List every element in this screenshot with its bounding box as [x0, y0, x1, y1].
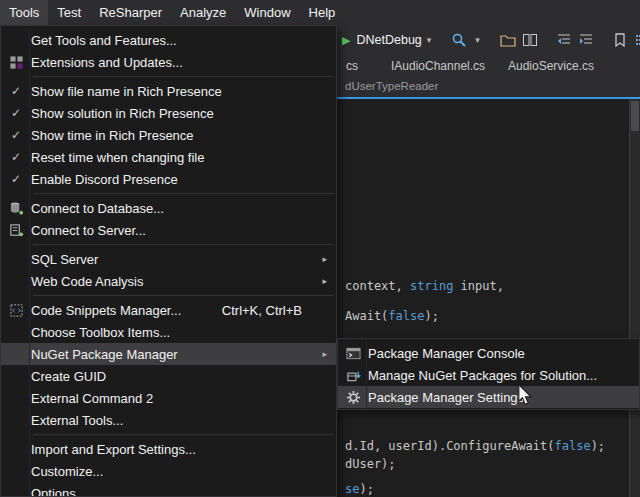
submenu-arrow-icon: ▸ — [322, 349, 327, 359]
navigation-type-name[interactable]: dUserTypeReader — [345, 80, 438, 92]
scrollbar-thumb[interactable] — [631, 101, 639, 131]
menu-item-customize[interactable]: Customize... — [1, 460, 336, 482]
editor-scrollbar[interactable] — [629, 99, 640, 497]
menu-item-show-time-rich-presence[interactable]: ✓ Show time in Rich Presence — [1, 124, 336, 146]
nuget-submenu: Package Manager Console Manage NuGet Pac… — [337, 338, 640, 410]
menu-item-code-snippets-manager[interactable]: Code Snippets Manager... Ctrl+K, Ctrl+B — [1, 299, 336, 321]
snippets-icon — [1, 303, 31, 318]
menu-separator — [33, 76, 334, 77]
bookmark-icon[interactable] — [612, 32, 628, 49]
menu-item-nuget-package-manager[interactable]: NuGet Package Manager ▸ — [1, 343, 336, 365]
debug-target-selector[interactable]: DNetDebug — [356, 33, 421, 47]
menu-separator — [33, 193, 334, 194]
menu-item-enable-discord-presence[interactable]: ✓ Enable Discord Presence — [1, 168, 336, 190]
increase-indent-icon[interactable] — [578, 32, 594, 49]
decrease-indent-icon[interactable] — [556, 32, 572, 49]
checkmark-icon: ✓ — [1, 172, 31, 186]
split-columns-icon[interactable] — [522, 32, 538, 49]
menu-separator — [33, 295, 334, 296]
menu-item-package-manager-settings[interactable]: Package Manager Settings — [338, 386, 639, 408]
task-list-icon[interactable] — [634, 32, 640, 49]
code-segment: false — [388, 309, 424, 323]
menu-item-create-guid[interactable]: Create GUID — [1, 365, 336, 387]
menu-item-manage-nuget-packages-for-solution[interactable]: Manage NuGet Packages for Solution... — [338, 364, 639, 386]
menu-item-reset-time-when-changing-file[interactable]: ✓ Reset time when changing file — [1, 146, 336, 168]
code-segment: Await( — [345, 309, 388, 323]
code-line: dUser); — [345, 457, 396, 471]
menu-item-external-command-2[interactable]: External Command 2 — [1, 387, 336, 409]
code-line: se); — [345, 482, 374, 496]
menu-separator — [33, 434, 334, 435]
menu-item-options[interactable]: Options... — [1, 482, 336, 497]
start-debugging-icon[interactable]: ▶ — [342, 34, 350, 47]
menu-shortcut: Ctrl+K, Ctrl+B — [222, 303, 302, 318]
server-icon — [1, 223, 31, 238]
code-line: d.Id, userId).ConfigureAwait(false); — [345, 439, 605, 453]
code-segment: ); — [591, 439, 605, 453]
console-icon — [338, 346, 368, 361]
menu-item-web-code-analysis[interactable]: Web Code Analysis ▸ — [1, 270, 336, 292]
menubar-item-resharper[interactable]: ReSharper — [90, 0, 171, 25]
code-segment: ); — [359, 482, 373, 496]
find-in-files-icon[interactable] — [451, 32, 467, 49]
menu-item-extensions-and-updates[interactable]: Extensions and Updates... — [1, 51, 336, 73]
tab-iaudiochannel[interactable]: IAudioChannel.cs — [385, 55, 491, 77]
chevron-down-icon[interactable]: ▾ — [427, 35, 432, 45]
menu-separator — [33, 244, 334, 245]
packages-icon — [338, 368, 368, 383]
database-icon — [1, 201, 31, 216]
menu-item-external-tools[interactable]: External Tools... — [1, 409, 336, 431]
submenu-arrow-icon: ▸ — [322, 254, 327, 264]
menubar-item-test[interactable]: Test — [48, 0, 90, 25]
menu-item-import-and-export-settings[interactable]: Import and Export Settings... — [1, 438, 336, 460]
checkmark-icon: ✓ — [1, 106, 31, 120]
menu-item-show-file-name-rich-presence[interactable]: ✓ Show file name in Rich Presence — [1, 80, 336, 102]
code-segment: se — [345, 482, 359, 496]
code-segment: dUser); — [345, 457, 396, 471]
tab-audioservice[interactable]: AudioService.cs — [502, 55, 600, 77]
code-line: context, string input, — [345, 279, 504, 293]
menu-item-get-tools-and-features[interactable]: Get Tools and Features... — [1, 29, 336, 51]
tab-partial[interactable]: cs — [340, 55, 364, 77]
checkmark-icon: ✓ — [1, 128, 31, 142]
tools-menu: Get Tools and Features... Extensions and… — [0, 25, 337, 497]
menu-item-choose-toolbox-items[interactable]: Choose Toolbox Items... — [1, 321, 336, 343]
extensions-icon — [1, 55, 31, 70]
menubar-item-tools[interactable]: Tools — [0, 0, 48, 25]
menu-item-connect-to-server[interactable]: Connect to Server... — [1, 219, 336, 241]
open-folder-icon[interactable] — [500, 32, 516, 49]
gear-icon — [338, 390, 368, 405]
menubar: Tools Test ReSharper Analyze Window Help — [0, 0, 640, 25]
menu-item-package-manager-console[interactable]: Package Manager Console — [338, 342, 639, 364]
menubar-item-window[interactable]: Window — [235, 0, 299, 25]
code-segment: string — [410, 279, 453, 293]
checkmark-icon: ✓ — [1, 84, 31, 98]
submenu-arrow-icon: ▸ — [322, 276, 327, 286]
code-segment: context, — [345, 279, 410, 293]
menu-item-sql-server[interactable]: SQL Server ▸ — [1, 248, 336, 270]
code-segment: ); — [424, 309, 438, 323]
menubar-item-analyze[interactable]: Analyze — [171, 0, 235, 25]
mouse-cursor — [517, 384, 533, 406]
vs-window: Tools Test ReSharper Analyze Window Help… — [0, 0, 640, 497]
menu-item-connect-to-database[interactable]: Connect to Database... — [1, 197, 336, 219]
code-segment: d.Id, userId).ConfigureAwait( — [345, 439, 555, 453]
menu-item-show-solution-rich-presence[interactable]: ✓ Show solution in Rich Presence — [1, 102, 336, 124]
code-segment: false — [555, 439, 591, 453]
menubar-item-help[interactable]: Help — [300, 0, 345, 25]
chevron-down-icon[interactable]: ▾ — [475, 35, 480, 45]
code-segment: input, — [453, 279, 504, 293]
checkmark-icon: ✓ — [1, 150, 31, 164]
code-line: Await(false); — [345, 309, 439, 323]
